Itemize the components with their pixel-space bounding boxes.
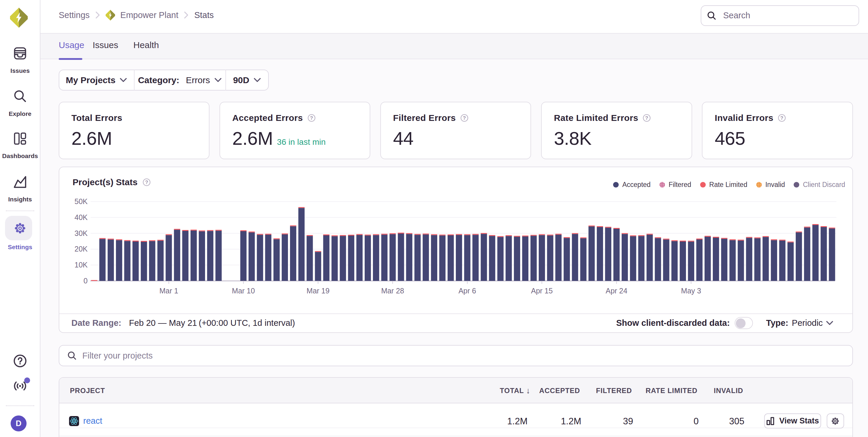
svg-text:?: ? — [463, 115, 466, 121]
svg-text:May 3: May 3 — [681, 287, 701, 295]
svg-text:40K: 40K — [75, 213, 88, 222]
svg-text:20K: 20K — [75, 245, 88, 253]
svg-text:?: ? — [645, 115, 649, 121]
svg-text:30K: 30K — [75, 229, 88, 237]
svg-text:Apr 15: Apr 15 — [531, 287, 553, 295]
svg-text:Mar 19: Mar 19 — [307, 287, 330, 295]
svg-text:10K: 10K — [75, 261, 88, 269]
svg-text:?: ? — [310, 115, 313, 121]
svg-text:Mar 28: Mar 28 — [381, 287, 404, 295]
svg-text:Mar 1: Mar 1 — [159, 287, 178, 295]
svg-text:Apr 24: Apr 24 — [606, 287, 627, 295]
svg-text:50K: 50K — [75, 197, 88, 205]
svg-text:0: 0 — [84, 277, 88, 285]
svg-text:Mar 10: Mar 10 — [232, 287, 255, 295]
svg-text:?: ? — [780, 115, 784, 121]
svg-text:Apr 6: Apr 6 — [459, 287, 476, 295]
